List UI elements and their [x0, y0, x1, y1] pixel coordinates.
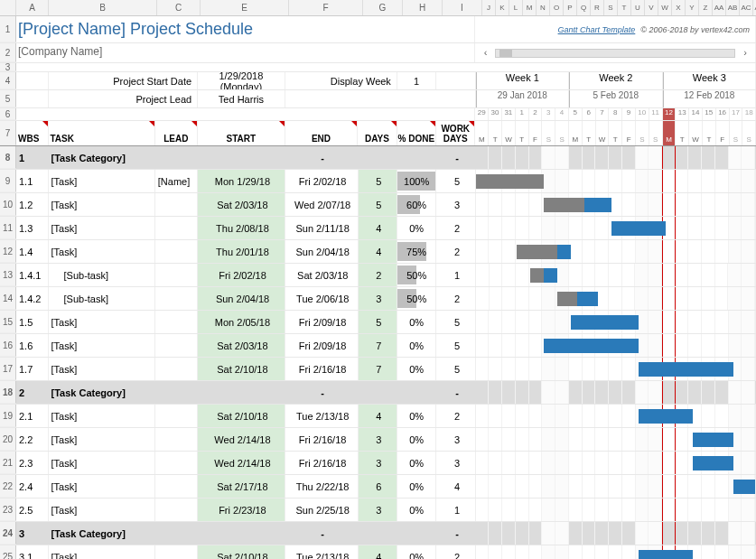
start-cell[interactable]: Sat 2/10/18 — [198, 545, 285, 559]
days-cell[interactable]: 5 — [359, 170, 397, 192]
lead-cell[interactable] — [155, 475, 198, 498]
col-letter[interactable]: P — [564, 0, 577, 15]
end-cell[interactable]: Tue 2/13/18 — [285, 405, 359, 427]
wbs-cell[interactable]: 1.4.1 — [16, 264, 49, 286]
start-cell[interactable]: Mon 1/29/18 — [198, 170, 285, 192]
row-number[interactable]: 4 — [0, 72, 16, 89]
workdays-cell[interactable]: 5 — [436, 170, 475, 192]
table-header[interactable]: LEAD — [155, 121, 198, 145]
scroll-right-icon[interactable]: › — [739, 47, 751, 60]
row-number[interactable]: 22 — [0, 475, 16, 498]
pct-done-cell[interactable]: 0% — [397, 311, 436, 333]
pct-done-cell[interactable]: 60% — [397, 193, 436, 216]
end-cell[interactable]: Fri 2/16/18 — [285, 452, 359, 474]
pct-done-cell[interactable]: 50% — [397, 264, 436, 286]
wbs-cell[interactable]: 2.2 — [16, 428, 49, 451]
gantt-bar[interactable] — [693, 433, 733, 447]
gantt-bar[interactable] — [517, 245, 571, 259]
lead-cell[interactable] — [155, 522, 198, 545]
gantt-bar[interactable] — [733, 480, 756, 494]
row-number[interactable]: 5 — [0, 90, 16, 107]
end-cell[interactable]: - — [285, 522, 359, 545]
row-number[interactable]: 20 — [0, 428, 16, 451]
task-cell[interactable]: [Sub-task] — [49, 264, 155, 286]
end-cell[interactable]: Sun 2/25/18 — [285, 498, 359, 521]
wbs-cell[interactable]: 2.5 — [16, 498, 49, 521]
start-cell[interactable]: Sat 2/10/18 — [198, 405, 285, 427]
col-letter[interactable]: W — [658, 0, 672, 15]
start-cell[interactable]: Wed 2/14/18 — [198, 428, 285, 451]
gantt-bar[interactable] — [639, 362, 733, 377]
task-cell[interactable]: [Task] — [49, 452, 155, 474]
start-cell[interactable]: Sat 2/10/18 — [198, 358, 285, 380]
start-cell[interactable]: Sat 2/17/18 — [198, 475, 285, 498]
col-letter[interactable]: R — [591, 0, 604, 15]
gantt-bar[interactable] — [639, 409, 693, 424]
workdays-cell[interactable]: 2 — [436, 240, 475, 263]
workdays-cell[interactable]: - — [436, 146, 475, 169]
end-cell[interactable]: Fri 2/16/18 — [285, 358, 359, 380]
lead-cell[interactable] — [155, 405, 198, 427]
col-letter[interactable]: A — [16, 0, 49, 15]
pct-done-cell[interactable]: 0% — [397, 545, 436, 559]
col-letter[interactable]: J — [482, 0, 496, 15]
table-header[interactable]: DAYS — [358, 121, 397, 145]
end-cell[interactable]: Tue 2/13/18 — [285, 545, 359, 559]
task-cell[interactable]: [Task] — [49, 545, 155, 559]
col-letter[interactable]: K — [496, 0, 509, 15]
lead-cell[interactable] — [155, 452, 198, 474]
workdays-cell[interactable]: - — [436, 522, 475, 545]
row-number[interactable]: 2 — [0, 43, 16, 62]
start-date-value[interactable]: 1/29/2018 (Monday) — [198, 72, 285, 89]
days-cell[interactable]: 7 — [359, 358, 397, 380]
col-letter[interactable]: AC — [740, 0, 753, 15]
col-letter[interactable]: C — [157, 0, 201, 15]
lead-cell[interactable] — [155, 428, 198, 451]
pct-done-cell[interactable] — [397, 146, 436, 169]
days-cell[interactable]: 4 — [359, 217, 397, 239]
col-letter[interactable]: L — [509, 0, 523, 15]
gantt-bar[interactable] — [611, 221, 666, 236]
table-header[interactable]: START — [198, 121, 285, 145]
workdays-cell[interactable]: 2 — [436, 405, 475, 427]
pct-done-cell[interactable]: 0% — [397, 405, 436, 427]
lead-cell[interactable] — [155, 311, 198, 333]
table-header[interactable]: WORK DAYS — [436, 121, 475, 145]
days-cell[interactable]: 3 — [359, 287, 397, 310]
gantt-bar[interactable] — [639, 550, 693, 559]
days-cell[interactable]: 4 — [359, 405, 397, 427]
col-letter[interactable]: V — [645, 0, 658, 15]
lead-cell[interactable] — [155, 193, 198, 216]
end-cell[interactable]: Fri 2/09/18 — [285, 334, 359, 357]
wbs-cell[interactable]: 1.1 — [16, 170, 49, 192]
lead-cell[interactable] — [155, 287, 198, 310]
row-number[interactable]: 6 — [0, 108, 16, 120]
scroll-thumb[interactable] — [499, 50, 512, 57]
task-cell[interactable]: [Sub-task] — [49, 287, 155, 310]
wbs-cell[interactable]: 1.2 — [16, 193, 49, 216]
col-letter[interactable]: AB — [726, 0, 740, 15]
lead-cell[interactable] — [155, 381, 198, 404]
workdays-cell[interactable]: - — [436, 381, 475, 404]
workdays-cell[interactable]: 3 — [436, 428, 475, 451]
days-cell[interactable] — [359, 146, 397, 169]
days-cell[interactable]: 4 — [359, 240, 397, 263]
wbs-cell[interactable]: 2.1 — [16, 405, 49, 427]
pct-done-cell[interactable]: 50% — [397, 287, 436, 310]
days-cell[interactable]: 3 — [359, 428, 397, 451]
table-header[interactable]: WBS — [16, 121, 49, 145]
task-cell[interactable]: [Task] — [49, 240, 155, 263]
days-cell[interactable] — [359, 522, 397, 545]
end-cell[interactable]: Wed 2/07/18 — [285, 193, 359, 216]
wbs-cell[interactable]: 2 — [16, 381, 49, 404]
pct-done-cell[interactable]: 0% — [397, 452, 436, 474]
start-cell[interactable] — [198, 522, 285, 545]
wbs-cell[interactable]: 3 — [16, 522, 49, 545]
pct-done-cell[interactable]: 0% — [397, 475, 436, 498]
wbs-cell[interactable]: 1.4 — [16, 240, 49, 263]
lead-cell[interactable] — [155, 240, 198, 263]
end-cell[interactable]: Sun 2/04/18 — [285, 240, 359, 263]
workdays-cell[interactable]: 5 — [436, 358, 475, 380]
days-cell[interactable]: 4 — [359, 545, 397, 559]
col-letter[interactable]: N — [537, 0, 550, 15]
